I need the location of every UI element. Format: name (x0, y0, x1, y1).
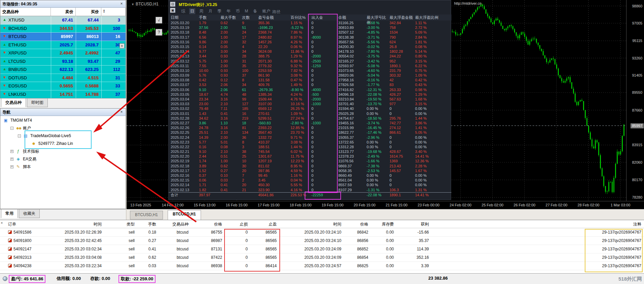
orders-column-header[interactable]: 止盈 (250, 220, 279, 228)
market-watch-row[interactable]: ▼EOSUSD0.56550.568833 (0, 82, 126, 90)
orders-column-header[interactable]: 价格 (344, 220, 371, 228)
orders-column-header[interactable]: 止损 (225, 220, 250, 228)
order-row[interactable]: 540918002025.03.20 02:42:45sell0.27btcus… (0, 237, 644, 245)
stats-date: 2025.03.13 (169, 54, 197, 58)
market-watch-row[interactable]: ▲BNBUSD622.13623.25112 (0, 66, 126, 74)
price-scale[interactable]: 9886097005951159326091405895508766083915… (626, 0, 644, 201)
market-watch-row[interactable]: ▲ETHUSD2025.72028.730 (0, 41, 126, 49)
order-row[interactable]: 540942382025.03.20 03:22:34sell0.03btcus… (0, 262, 644, 270)
order-id: 54091586 (5, 228, 42, 236)
stats-value: 2.44 (197, 154, 218, 159)
stats-toolbar-综[interactable]: 综 (180, 8, 186, 14)
stats-toolbar-年[interactable]: 年 (226, 8, 232, 14)
order-row[interactable]: 540921472025.03.20 03:02:34sell0.41btcus… (0, 245, 644, 253)
mw-column-header[interactable]: 卖价 (51, 8, 76, 16)
column-separator (101, 74, 102, 82)
stats-date: 2025.02.24 (169, 135, 197, 140)
orders-column-header[interactable]: 订单 (5, 220, 42, 228)
nav-item-EA交易[interactable]: +◈EA交易 (0, 155, 126, 163)
orders-column-header[interactable]: 库存费 (371, 220, 397, 228)
orders-column-header[interactable]: 时间 (279, 220, 344, 228)
collapse-icon[interactable]: - (18, 134, 21, 137)
orders-column-header[interactable]: 交易品种 (159, 220, 191, 228)
market-watch-row[interactable]: ▼DOTUSD4.4844.51531 (0, 74, 126, 82)
orders-column-header[interactable]: 手数 (137, 220, 159, 228)
stats-toolbar-M[interactable]: M (244, 9, 249, 13)
oneclick-help-button[interactable]: ? (156, 29, 162, 36)
expand-icon[interactable]: + (10, 165, 13, 168)
orders-column-header[interactable]: 时间 (42, 220, 104, 228)
tab-即时图[interactable]: 即时图 (27, 98, 48, 107)
tab-常用[interactable]: 常用 (1, 209, 18, 218)
market-watch-row[interactable]: ▼BCHUSD344.53345.53100 (0, 25, 126, 33)
orders-column-header[interactable]: 注释 (432, 220, 644, 228)
stats-value: 0.42 (197, 78, 218, 82)
oneclick-confirm-button[interactable]: √ (156, 17, 162, 24)
stats-toolbar-周[interactable]: 周 (198, 8, 204, 14)
stats-value: 742.77 (387, 121, 413, 125)
stats-toolbar: 综日周月季年币M备账户 (180, 8, 274, 14)
stats-value: -2.68 % (365, 21, 387, 25)
stats-toolbar-季[interactable]: 季 (216, 8, 223, 14)
mw-column-header[interactable]: ! (101, 8, 126, 16)
chart-tab[interactable]: BTCUSD,H1 (168, 210, 201, 220)
row-gutter (0, 245, 5, 253)
stats-toolbar-日[interactable]: 日 (189, 8, 195, 14)
tab-交易品种[interactable]: 交易品种 (1, 98, 26, 107)
stats-value: 1.11 % (413, 21, 451, 25)
stats-value: 7.55 (197, 64, 218, 68)
expand-icon[interactable]: + (10, 150, 13, 153)
symbol-name: DOTUSD (8, 75, 27, 80)
collapse-icon[interactable]: - (10, 127, 13, 130)
nav-item-脚本[interactable]: +✎脚本 (0, 163, 126, 171)
close-icon[interactable]: × (119, 109, 124, 115)
tick-count: 16 (101, 34, 120, 39)
time-label: 14 Feb 12:00 (162, 203, 184, 207)
stats-value: 3 (240, 145, 256, 149)
stats-chart-button[interactable]: ▣ (170, 8, 175, 13)
time-scale[interactable]: 13 Feb 202514 Feb 12:0015 Feb 13:0016 Fe… (127, 201, 644, 209)
mw-column-header[interactable]: 交易品种 (0, 8, 51, 16)
expand-icon[interactable]: + (10, 158, 13, 161)
stats-value: 0 (387, 178, 413, 182)
column-separator (51, 74, 51, 82)
close-icon[interactable]: × (119, 1, 124, 6)
stats-value: 0.00 % (413, 178, 451, 182)
stats-value: 12.85 % (289, 125, 309, 130)
order-row[interactable]: 540923132025.03.20 03:04:08sell0.62btcus… (0, 253, 644, 262)
ask-price: 2028.7 (76, 42, 99, 47)
stats-minimize-button[interactable]: ⊟ (170, 2, 175, 7)
market-watch-row[interactable]: ▲LTCUSD93.1893.4729 (0, 57, 126, 66)
market-watch-row[interactable]: ▼XRPUSD2.49452.499247 (0, 49, 126, 57)
tick-count: 100 (101, 26, 120, 31)
order-cell: 0.18 (137, 228, 159, 236)
orders-column-header[interactable]: 类型 (104, 220, 137, 228)
column-separator (76, 57, 76, 66)
chart-tab[interactable]: BTCUSD,H1 (130, 211, 163, 219)
mw-column-header[interactable]: 买价 (76, 8, 101, 16)
menu-icon[interactable]: ≡ (120, 43, 125, 48)
market-watch-row[interactable]: ▲XTIUSD67.4167.443 (0, 16, 126, 25)
stats-value: 26.8 (387, 44, 413, 49)
order-cell: 114.39 (397, 245, 432, 253)
close-icon[interactable]: × (1, 221, 3, 225)
stats-value: -2.96 % (365, 135, 387, 140)
stats-value: -1.77 % (365, 82, 387, 87)
order-row[interactable]: 540915862025.03.20 02:26:39sell0.18btcus… (0, 228, 644, 237)
stats-toolbar-账户[interactable]: 账户 (261, 8, 271, 14)
stats-value: 811.02 (256, 164, 289, 168)
market-watch-row[interactable]: ▼LNKUSD14.75114.78837 (0, 90, 126, 99)
stats-value: 2480.82 (256, 35, 289, 40)
market-watch-row[interactable]: ▼BTCUSD859978601316 (0, 33, 126, 41)
orders-column-header[interactable]: 获利 (397, 220, 432, 228)
stats-value: 0 (387, 182, 413, 187)
tab-收藏夹[interactable]: 收藏夹 (19, 209, 40, 218)
stats-toolbar-月[interactable]: 月 (207, 8, 213, 14)
nav-item-TMGM MT4[interactable]: ▣TMGM MT4 (0, 117, 126, 124)
orders-column-header[interactable]: 价格 (191, 220, 225, 228)
stats-path-button[interactable]: 路径 (272, 9, 280, 15)
stats-toolbar-币[interactable]: 币 (235, 8, 241, 14)
stats-toolbar-备[interactable]: 备 (252, 8, 258, 14)
stats-value: -1696.23 (256, 25, 289, 30)
stats-value: 131.58 (256, 78, 289, 82)
